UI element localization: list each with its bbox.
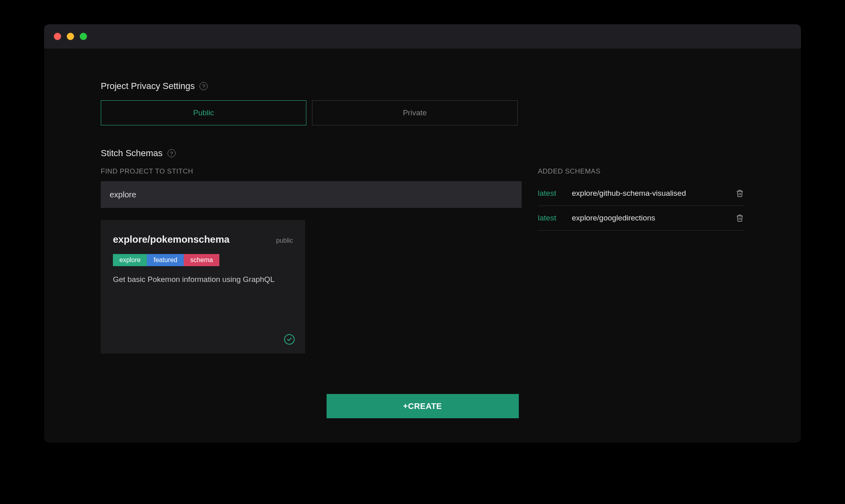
delete-schema-icon[interactable] <box>735 188 744 198</box>
right-column: ADDED SCHEMAS latest explore/github-sche… <box>538 167 744 354</box>
stitch-title-text: Stitch Schemas <box>101 148 163 159</box>
privacy-section-title: Project Privacy Settings ? <box>101 81 744 91</box>
content-area: Project Privacy Settings ? Public Privat… <box>44 49 801 443</box>
create-button-row: +CREATE <box>101 394 744 418</box>
create-button[interactable]: +CREATE <box>327 394 519 418</box>
added-schema-item: latest explore/googledirections <box>538 206 744 231</box>
tag-explore: explore <box>113 254 147 266</box>
added-schema-item: latest explore/github-schema-visualised <box>538 181 744 206</box>
maximize-window-button[interactable] <box>80 33 87 40</box>
privacy-toggle-group: Public Private <box>101 100 744 125</box>
search-result-card[interactable]: explore/pokemonschema public explore fea… <box>101 220 305 354</box>
schema-version: latest <box>538 189 561 198</box>
privacy-private-button[interactable]: Private <box>312 100 518 125</box>
card-header: explore/pokemonschema public <box>113 234 293 245</box>
result-description: Get basic Pokemon information using Grap… <box>113 274 293 285</box>
privacy-help-icon[interactable]: ? <box>200 82 208 90</box>
find-project-label: FIND PROJECT TO STITCH <box>101 167 522 176</box>
result-name: explore/pokemonschema <box>113 234 229 245</box>
stitch-search-input[interactable] <box>101 181 522 208</box>
minimize-window-button[interactable] <box>67 33 74 40</box>
app-window: Project Privacy Settings ? Public Privat… <box>44 24 801 443</box>
schema-name: explore/github-schema-visualised <box>572 189 724 198</box>
tag-schema: schema <box>184 254 219 266</box>
result-tags: explore featured schema <box>113 254 293 266</box>
tag-featured: featured <box>147 254 184 266</box>
privacy-title-text: Project Privacy Settings <box>101 81 195 91</box>
added-schemas-list: latest explore/github-schema-visualised <box>538 181 744 231</box>
privacy-public-button[interactable]: Public <box>101 100 306 125</box>
added-schemas-label: ADDED SCHEMAS <box>538 167 744 176</box>
delete-schema-icon[interactable] <box>735 213 744 223</box>
close-window-button[interactable] <box>54 33 61 40</box>
titlebar <box>44 24 801 49</box>
stitch-section-title: Stitch Schemas ? <box>101 148 744 159</box>
selected-check-icon <box>284 334 295 345</box>
result-visibility: public <box>276 237 293 244</box>
schema-name: explore/googledirections <box>572 214 724 222</box>
stitch-help-icon[interactable]: ? <box>168 149 176 157</box>
left-column: FIND PROJECT TO STITCH explore/pokemonsc… <box>101 167 522 354</box>
schema-version: latest <box>538 214 561 222</box>
columns: FIND PROJECT TO STITCH explore/pokemonsc… <box>101 167 744 354</box>
